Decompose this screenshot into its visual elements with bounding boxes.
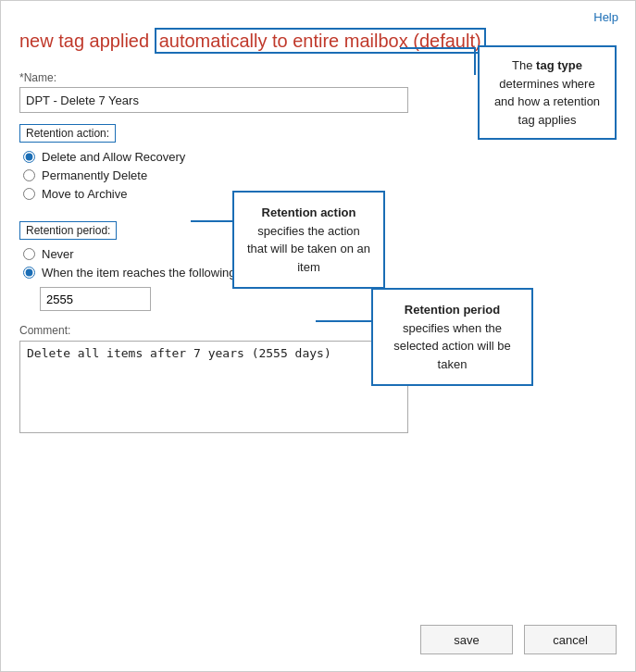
name-input[interactable] (19, 87, 408, 113)
retention-period-connector (316, 320, 373, 322)
retention-action-label: Retention action: (19, 124, 116, 143)
radio-delete-allow[interactable]: Delete and Allow Recovery (23, 150, 617, 164)
header-highlighted: automatically to entire mailbox (default… (155, 28, 486, 54)
retention-action-tooltip: Retention action specifies the action th… (232, 191, 385, 289)
retention-period-tooltip: Retention period specifies when the sele… (371, 288, 533, 386)
radio-delete-allow-label: Delete and Allow Recovery (42, 150, 185, 164)
comment-textarea[interactable]: Delete all items after 7 years (2555 day… (19, 341, 408, 433)
retention-period-tooltip-rest: specifies when the selected action will … (393, 321, 510, 371)
retention-action-connector (191, 220, 232, 222)
tag-type-connector-vertical (474, 47, 476, 75)
tag-type-rest: determines where and how a retention tag… (494, 77, 600, 127)
save-button[interactable]: save (420, 625, 513, 654)
cancel-button[interactable]: cancel (524, 625, 617, 654)
radio-never-label: Never (42, 247, 74, 261)
radio-permanently-delete[interactable]: Permanently Delete (23, 168, 617, 182)
period-days-input[interactable] (40, 287, 151, 311)
radio-move-archive-label: Move to Archive (42, 187, 128, 201)
header-prefix: new tag applied (19, 31, 149, 51)
retention-period-label: Retention period: (19, 221, 117, 240)
retention-action-tooltip-bold: Retention action (262, 205, 356, 219)
retention-action-tooltip-rest: specifies the action that will be taken … (247, 224, 370, 274)
retention-period-tooltip-bold: Retention period (405, 303, 500, 317)
tag-type-connector-horizontal (400, 47, 476, 49)
tag-type-tooltip: The tag type determines where and how a … (478, 45, 617, 140)
bottom-buttons: save cancel (420, 625, 617, 654)
dialog-window: Help new tag applied automatically to en… (0, 0, 636, 672)
radio-permanently-delete-label: Permanently Delete (42, 168, 147, 182)
tag-type-pre: The (512, 58, 536, 72)
tag-type-bold: tag type (536, 58, 582, 72)
